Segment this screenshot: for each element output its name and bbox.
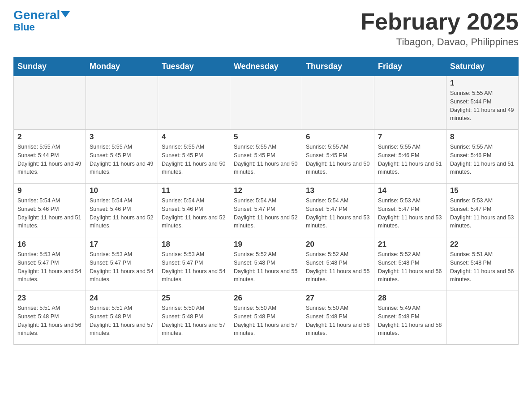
day-number: 22 [450,240,515,249]
location: Tibagon, Davao, Philippines [360,36,519,48]
day-number: 14 [378,186,442,195]
table-row: 21Sunrise: 5:52 AM Sunset: 5:48 PM Dayli… [374,237,446,291]
table-row: 24Sunrise: 5:51 AM Sunset: 5:48 PM Dayli… [86,291,158,345]
table-row: 7Sunrise: 5:55 AM Sunset: 5:46 PM Daylig… [374,130,446,184]
col-saturday: Saturday [446,57,518,76]
day-info: Sunrise: 5:51 AM Sunset: 5:48 PM Dayligh… [17,304,82,338]
table-row: 19Sunrise: 5:52 AM Sunset: 5:48 PM Dayli… [230,237,302,291]
day-number: 28 [378,294,442,303]
day-number: 12 [234,186,298,195]
col-sunday: Sunday [14,57,86,76]
day-info: Sunrise: 5:54 AM Sunset: 5:46 PM Dayligh… [162,197,226,230]
table-row: 23Sunrise: 5:51 AM Sunset: 5:48 PM Dayli… [14,291,86,345]
table-row [158,76,230,130]
day-number: 10 [90,186,154,195]
table-row: 6Sunrise: 5:55 AM Sunset: 5:45 PM Daylig… [302,130,374,184]
table-row: 20Sunrise: 5:52 AM Sunset: 5:48 PM Dayli… [302,237,374,291]
table-row: 22Sunrise: 5:51 AM Sunset: 5:48 PM Dayli… [446,237,518,291]
day-number: 16 [17,240,82,249]
table-row: 14Sunrise: 5:53 AM Sunset: 5:47 PM Dayli… [374,184,446,237]
day-number: 17 [90,240,154,249]
table-row [374,76,446,130]
col-tuesday: Tuesday [158,57,230,76]
day-info: Sunrise: 5:50 AM Sunset: 5:48 PM Dayligh… [306,304,370,338]
day-number: 21 [378,240,442,249]
page-header: General Blue February 2025 Tibagon, Dava… [13,9,519,48]
day-info: Sunrise: 5:49 AM Sunset: 5:48 PM Dayligh… [378,304,442,338]
day-number: 25 [162,294,226,303]
day-info: Sunrise: 5:54 AM Sunset: 5:46 PM Dayligh… [90,197,154,230]
table-row: 2Sunrise: 5:55 AM Sunset: 5:44 PM Daylig… [14,130,86,184]
day-info: Sunrise: 5:52 AM Sunset: 5:48 PM Dayligh… [234,250,298,284]
day-info: Sunrise: 5:54 AM Sunset: 5:46 PM Dayligh… [17,197,82,230]
table-row [230,76,302,130]
day-info: Sunrise: 5:51 AM Sunset: 5:48 PM Dayligh… [90,304,154,338]
day-number: 4 [162,133,226,141]
day-number: 24 [90,294,154,303]
logo: General Blue [13,9,70,32]
table-row: 15Sunrise: 5:53 AM Sunset: 5:47 PM Dayli… [446,184,518,237]
table-row: 8Sunrise: 5:55 AM Sunset: 5:46 PM Daylig… [446,130,518,184]
day-number: 11 [162,186,226,195]
calendar-week-5: 23Sunrise: 5:51 AM Sunset: 5:48 PM Dayli… [14,291,519,345]
day-number: 13 [306,186,370,195]
day-number: 27 [306,294,370,303]
day-info: Sunrise: 5:54 AM Sunset: 5:47 PM Dayligh… [234,197,298,230]
day-info: Sunrise: 5:55 AM Sunset: 5:46 PM Dayligh… [378,143,442,176]
day-info: Sunrise: 5:53 AM Sunset: 5:47 PM Dayligh… [17,250,82,284]
day-number: 8 [450,133,515,141]
day-info: Sunrise: 5:55 AM Sunset: 5:45 PM Dayligh… [306,143,370,176]
day-info: Sunrise: 5:55 AM Sunset: 5:44 PM Dayligh… [450,89,515,123]
day-info: Sunrise: 5:52 AM Sunset: 5:48 PM Dayligh… [378,250,442,284]
table-row: 4Sunrise: 5:55 AM Sunset: 5:45 PM Daylig… [158,130,230,184]
day-info: Sunrise: 5:53 AM Sunset: 5:47 PM Dayligh… [378,197,442,230]
day-number: 20 [306,240,370,249]
table-row: 28Sunrise: 5:49 AM Sunset: 5:48 PM Dayli… [374,291,446,345]
table-row: 1Sunrise: 5:55 AM Sunset: 5:44 PM Daylig… [446,76,518,130]
calendar-table: Sunday Monday Tuesday Wednesday Thursday… [13,57,519,345]
day-info: Sunrise: 5:50 AM Sunset: 5:48 PM Dayligh… [234,304,298,338]
calendar-week-1: 1Sunrise: 5:55 AM Sunset: 5:44 PM Daylig… [14,76,519,130]
day-number: 5 [234,133,298,141]
day-number: 3 [90,133,154,141]
table-row: 18Sunrise: 5:53 AM Sunset: 5:47 PM Dayli… [158,237,230,291]
table-row: 5Sunrise: 5:55 AM Sunset: 5:45 PM Daylig… [230,130,302,184]
table-row: 27Sunrise: 5:50 AM Sunset: 5:48 PM Dayli… [302,291,374,345]
col-friday: Friday [374,57,446,76]
table-row: 9Sunrise: 5:54 AM Sunset: 5:46 PM Daylig… [14,184,86,237]
table-row: 11Sunrise: 5:54 AM Sunset: 5:46 PM Dayli… [158,184,230,237]
month-title: February 2025 [360,9,519,34]
calendar-week-4: 16Sunrise: 5:53 AM Sunset: 5:47 PM Dayli… [14,237,519,291]
day-number: 19 [234,240,298,249]
day-info: Sunrise: 5:51 AM Sunset: 5:48 PM Dayligh… [450,250,515,284]
day-number: 2 [17,133,82,141]
day-number: 9 [17,186,82,195]
day-info: Sunrise: 5:55 AM Sunset: 5:45 PM Dayligh… [162,143,226,176]
day-info: Sunrise: 5:50 AM Sunset: 5:48 PM Dayligh… [162,304,226,338]
day-info: Sunrise: 5:53 AM Sunset: 5:47 PM Dayligh… [162,250,226,284]
logo-triangle-icon [61,11,70,17]
day-number: 6 [306,133,370,141]
table-row: 17Sunrise: 5:53 AM Sunset: 5:47 PM Dayli… [86,237,158,291]
day-number: 18 [162,240,226,249]
table-row: 12Sunrise: 5:54 AM Sunset: 5:47 PM Dayli… [230,184,302,237]
table-row: 16Sunrise: 5:53 AM Sunset: 5:47 PM Dayli… [14,237,86,291]
table-row [86,76,158,130]
table-row [302,76,374,130]
day-info: Sunrise: 5:53 AM Sunset: 5:47 PM Dayligh… [90,250,154,284]
table-row [14,76,86,130]
day-number: 23 [17,294,82,303]
table-row: 25Sunrise: 5:50 AM Sunset: 5:48 PM Dayli… [158,291,230,345]
day-info: Sunrise: 5:52 AM Sunset: 5:48 PM Dayligh… [306,250,370,284]
day-number: 7 [378,133,442,141]
logo-blue: Blue [13,22,35,32]
logo-general: General [13,9,70,21]
table-row: 26Sunrise: 5:50 AM Sunset: 5:48 PM Dayli… [230,291,302,345]
day-number: 1 [450,79,515,88]
day-info: Sunrise: 5:55 AM Sunset: 5:46 PM Dayligh… [450,143,515,176]
table-row [446,291,518,345]
calendar-week-2: 2Sunrise: 5:55 AM Sunset: 5:44 PM Daylig… [14,130,519,184]
col-monday: Monday [86,57,158,76]
title-block: February 2025 Tibagon, Davao, Philippine… [360,9,519,48]
day-info: Sunrise: 5:55 AM Sunset: 5:45 PM Dayligh… [234,143,298,176]
